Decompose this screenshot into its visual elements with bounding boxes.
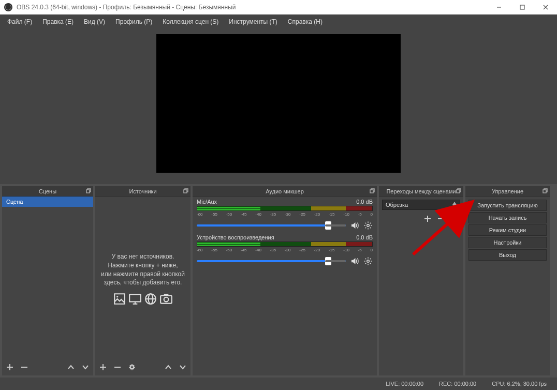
add-transition-button[interactable] xyxy=(424,215,431,224)
svg-point-9 xyxy=(116,296,118,297)
menu-profile[interactable]: Профиль (P) xyxy=(110,16,157,27)
svg-rect-4 xyxy=(86,190,90,193)
svg-point-25 xyxy=(367,260,370,263)
mixer-name: Mic/Aux xyxy=(197,199,217,205)
browser-source-icon xyxy=(144,292,157,308)
move-scene-up-button[interactable] xyxy=(66,363,76,372)
minimize-button[interactable] xyxy=(487,0,510,14)
svg-point-17 xyxy=(164,297,169,302)
settings-button[interactable]: Настройки xyxy=(468,237,547,248)
source-properties-button[interactable] xyxy=(127,363,137,372)
menu-view[interactable]: Вид (V) xyxy=(79,16,110,27)
svg-rect-1 xyxy=(520,5,524,9)
status-rec: REC: 00:00:00 xyxy=(439,381,476,387)
studio-mode-button[interactable]: Режим студии xyxy=(468,224,547,236)
controls-panel: Управление Запустить трансляцию Начать з… xyxy=(465,186,550,375)
spinner-icon xyxy=(452,202,457,208)
meter-ticks: -60-55-50-45-40-35-30-25-20-15-10-50 xyxy=(197,212,373,217)
titlebar: OBS 24.0.3 (64-bit, windows) - Профиль: … xyxy=(0,0,557,14)
undock-icon[interactable] xyxy=(456,188,461,193)
camera-source-icon xyxy=(159,292,173,308)
undock-icon[interactable] xyxy=(86,188,91,193)
preview-area xyxy=(0,29,557,184)
start-record-button[interactable]: Начать запись xyxy=(468,212,547,223)
exit-button[interactable]: Выход xyxy=(468,249,547,261)
menu-scene-collection[interactable]: Коллекция сцен (S) xyxy=(157,16,224,27)
scenes-panel: Сцены Сцена xyxy=(2,186,93,375)
transition-properties-button[interactable] xyxy=(451,215,458,224)
svg-rect-8 xyxy=(184,190,187,193)
transitions-header: Переходы между сценами xyxy=(379,186,463,197)
add-scene-button[interactable] xyxy=(5,363,14,372)
preview-canvas[interactable] xyxy=(156,34,401,173)
menu-edit[interactable]: Правка (E) xyxy=(37,16,79,27)
statusbar: LIVE: 00:00:00 REC: 00:00:00 CPU: 6.2%, … xyxy=(0,378,557,390)
undock-icon[interactable] xyxy=(370,188,375,193)
remove-transition-button[interactable] xyxy=(437,215,445,224)
remove-source-button[interactable] xyxy=(113,363,122,372)
obs-logo-icon xyxy=(4,3,12,11)
sources-panel: Источники У вас нет источников. Нажмите … xyxy=(95,186,190,375)
transitions-panel: Переходы между сценами Обрезка xyxy=(379,186,463,375)
mixer-header: Аудио микшер xyxy=(193,186,377,197)
controls-header: Управление xyxy=(465,186,550,197)
svg-rect-33 xyxy=(543,190,546,193)
mixer-name: Устройство воспроизведения xyxy=(197,234,274,240)
audio-meter xyxy=(197,242,373,247)
scene-item[interactable]: Сцена xyxy=(2,197,93,207)
gear-icon[interactable] xyxy=(363,257,373,266)
image-source-icon xyxy=(113,292,126,308)
menu-file[interactable]: Файл (F) xyxy=(2,16,37,27)
mixer-item: Устройство воспроизведения0.0 dB -60-55-… xyxy=(193,232,377,268)
gear-icon[interactable] xyxy=(363,221,373,230)
undock-icon[interactable] xyxy=(183,188,188,193)
mixer-level: 0.0 dB xyxy=(356,234,373,240)
transition-select[interactable]: Обрезка xyxy=(382,200,460,210)
svg-point-24 xyxy=(367,224,370,227)
status-cpu: CPU: 6.2%, 30.00 fps xyxy=(492,381,547,387)
svg-rect-23 xyxy=(370,190,373,193)
display-source-icon xyxy=(128,292,142,308)
move-scene-down-button[interactable] xyxy=(81,363,90,372)
undock-icon[interactable] xyxy=(543,188,548,193)
menu-tools[interactable]: Инструменты (T) xyxy=(224,16,282,27)
menu-help[interactable]: Справка (H) xyxy=(283,16,328,27)
remove-scene-button[interactable] xyxy=(20,363,29,372)
mixer-item: Mic/Aux0.0 dB -60-55-50-45-40-35-30-25-2… xyxy=(193,197,377,232)
close-button[interactable] xyxy=(534,0,557,14)
audio-meter xyxy=(197,206,373,211)
volume-slider[interactable] xyxy=(197,224,346,227)
empty-sources-message: У вас нет источников. Нажмите кнопку + н… xyxy=(95,252,190,308)
start-stream-button[interactable]: Запустить трансляцию xyxy=(468,200,547,211)
speaker-icon[interactable] xyxy=(350,257,359,266)
add-source-button[interactable] xyxy=(98,363,108,372)
move-source-down-button[interactable] xyxy=(178,363,187,372)
volume-slider[interactable] xyxy=(197,260,346,262)
status-live: LIVE: 00:00:00 xyxy=(386,381,423,387)
maximize-button[interactable] xyxy=(510,0,534,14)
sources-header: Источники xyxy=(95,186,190,197)
svg-rect-26 xyxy=(457,190,460,193)
meter-ticks: -60-55-50-45-40-35-30-25-20-15-10-50 xyxy=(197,248,373,252)
svg-marker-28 xyxy=(452,205,457,208)
move-source-up-button[interactable] xyxy=(164,363,173,372)
mixer-panel: Аудио микшер Mic/Aux0.0 dB -60-55-50-45-… xyxy=(193,186,377,375)
mixer-level: 0.0 dB xyxy=(356,199,373,205)
svg-rect-18 xyxy=(164,294,169,295)
scenes-header: Сцены xyxy=(2,186,93,197)
window-title: OBS 24.0.3 (64-bit, windows) - Профиль: … xyxy=(17,4,236,11)
svg-point-22 xyxy=(130,366,134,369)
svg-rect-10 xyxy=(129,295,141,302)
svg-point-32 xyxy=(453,217,456,220)
menubar: Файл (F) Правка (E) Вид (V) Профиль (P) … xyxy=(0,14,557,29)
speaker-icon[interactable] xyxy=(350,221,359,230)
